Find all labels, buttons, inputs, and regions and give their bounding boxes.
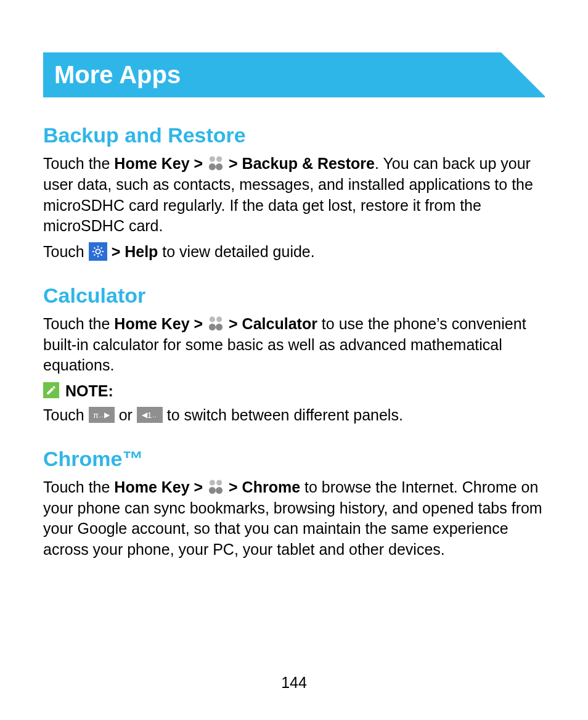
backup-paragraph-2: Touch > Help to view detailed guide. bbox=[43, 242, 545, 263]
section-heading-chrome: Chrome™ bbox=[43, 447, 545, 471]
triangle-left-icon: ◀ bbox=[142, 410, 147, 420]
text: or bbox=[119, 406, 137, 423]
chapter-title: More Apps bbox=[54, 61, 181, 88]
settings-gear-icon bbox=[89, 242, 107, 261]
svg-point-0 bbox=[96, 250, 100, 254]
text: Touch bbox=[43, 406, 89, 423]
chrome-label: > Chrome bbox=[229, 478, 300, 496]
note-label: NOTE: bbox=[65, 382, 113, 400]
calculator-paragraph-1: Touch the Home Key > > Calculator to use… bbox=[43, 314, 545, 376]
one-symbol: 1 bbox=[147, 410, 152, 421]
panel-switch-pi-icon: π..▶ bbox=[89, 407, 115, 423]
dots: .. bbox=[99, 411, 104, 420]
home-key-label: Home Key > bbox=[114, 315, 207, 332]
pencil-note-icon bbox=[43, 382, 59, 398]
help-label: > Help bbox=[112, 243, 158, 260]
home-key-label: Home Key > bbox=[114, 155, 207, 172]
backup-restore-label: > Backup & Restore bbox=[229, 155, 375, 172]
dots: .. bbox=[152, 411, 157, 420]
text: Touch bbox=[43, 243, 89, 260]
note-line: NOTE: bbox=[43, 382, 545, 400]
triangle-right-icon: ▶ bbox=[104, 410, 110, 420]
pi-symbol: π bbox=[93, 410, 99, 421]
text: Touch the bbox=[43, 315, 114, 332]
calculator-paragraph-2: Touch π..▶ or ◀1.. to switch between dif… bbox=[43, 405, 545, 426]
apps-grid-icon bbox=[207, 315, 224, 332]
text: to switch between different panels. bbox=[167, 406, 403, 423]
text: to view detailed guide. bbox=[158, 243, 314, 260]
calculator-label: > Calculator bbox=[229, 315, 317, 332]
page-number: 144 bbox=[0, 674, 588, 692]
section-heading-backup: Backup and Restore bbox=[43, 123, 545, 147]
text: Touch the bbox=[43, 155, 114, 172]
chrome-paragraph-1: Touch the Home Key > > Chrome to browse … bbox=[43, 477, 545, 560]
apps-grid-icon bbox=[207, 155, 224, 172]
text: Touch the bbox=[43, 478, 114, 496]
home-key-label: Home Key > bbox=[114, 478, 207, 496]
apps-grid-icon bbox=[207, 478, 224, 496]
panel-switch-num-icon: ◀1.. bbox=[137, 407, 163, 423]
backup-paragraph-1: Touch the Home Key > > Backup & Restore.… bbox=[43, 153, 545, 237]
chapter-banner: More Apps bbox=[43, 52, 545, 97]
section-heading-calculator: Calculator bbox=[43, 284, 545, 308]
